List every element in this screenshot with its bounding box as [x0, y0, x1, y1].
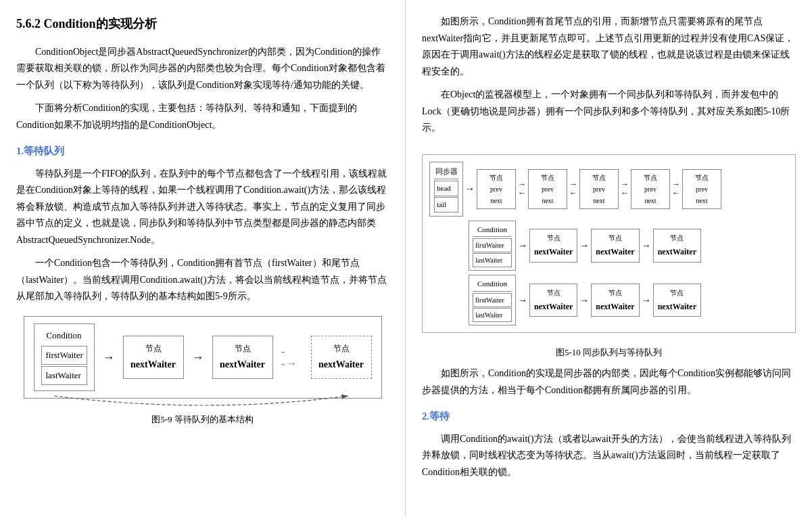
- nextWaiter-2: nextWaiter: [220, 357, 266, 373]
- arr-left-1: ←: [518, 189, 526, 198]
- node-label-3: 节点: [318, 342, 364, 355]
- sn1-next: next: [481, 195, 512, 206]
- node-label-1: 节点: [130, 342, 176, 355]
- cn6-label: 节点: [658, 287, 696, 298]
- fig510-caption: 图5-10 同步队列与等待队列: [556, 345, 662, 360]
- left-para3: 等待队列是一个FIFO的队列，在队列中的每个节点都包含了一个线程引用，该线程就是…: [16, 166, 389, 249]
- bidir-1: → ←: [518, 180, 526, 198]
- cn1-label: 节点: [534, 232, 573, 244]
- nextWaiter-1: nextWaiter: [130, 357, 176, 373]
- cond2-node1: 节点 nextWaiter: [529, 284, 577, 317]
- cond2-last: lastWaiter: [473, 308, 512, 322]
- sub-title-1: 1.等待队列: [16, 143, 389, 160]
- nextWaiter-3: nextWaiter: [318, 357, 364, 373]
- fig59-caption: 图5-9 等待队列的基本结构: [151, 412, 254, 427]
- arrow-cond-node1: →: [103, 351, 115, 363]
- cn3-nw: nextWaiter: [658, 245, 696, 258]
- sn5-label: 节点: [686, 172, 717, 183]
- section-title: 5.6.2 Condition的实现分析: [16, 14, 389, 35]
- cond-queue-row-2: Condition firstWaiter lastWaiter → 节点 ne…: [469, 275, 788, 325]
- cond1-node1: 节点 nextWaiter: [529, 229, 577, 262]
- sn2-label: 节点: [532, 172, 563, 183]
- right-para1: 如图所示，Condition拥有首尾节点的引用，而新增节点只需要将原有的尾节点n…: [422, 14, 796, 80]
- cond2-title: Condition: [473, 277, 512, 292]
- node-box-2: 节点 nextWaiter: [212, 336, 273, 379]
- node-label-2: 节点: [220, 342, 266, 355]
- sync-main-title: 同步器: [434, 165, 458, 180]
- cond1-arr3: →: [642, 238, 651, 254]
- cond1-title: Condition: [473, 223, 512, 238]
- right-para4: 调用Condition的await()方法（或者以await开头的方法），会使当…: [422, 431, 796, 481]
- arr-left-4: ←: [672, 189, 680, 198]
- node-box-1: 节点 nextWaiter: [123, 336, 184, 379]
- tail-field: tail: [434, 197, 458, 212]
- cond1-node2: 节点 nextWaiter: [591, 229, 639, 262]
- sync-node-4: 节点 prev next: [631, 169, 670, 209]
- cond2-first: firstWaiter: [473, 293, 512, 307]
- right-para2: 在Object的监视器模型上，一个对象拥有一个同步队列和等待队列，而并发包中的L…: [422, 87, 796, 137]
- sync-node-3: 节点 prev next: [579, 169, 619, 209]
- left-panel: 5.6.2 Condition的实现分析 ConditionObject是同步器…: [0, 0, 406, 517]
- cond1-arr2: →: [579, 238, 589, 254]
- sn4-prev: prev: [635, 183, 666, 195]
- figure-59-container: Condition firstWaiter lastWaiter → 节点 ne…: [16, 316, 389, 427]
- cond2-arr: →: [518, 292, 527, 309]
- cond-box-1: Condition firstWaiter lastWaiter: [469, 221, 516, 271]
- left-para1: ConditionObject是同步器AbstractQueuedSynchro…: [16, 44, 389, 94]
- sn4-label: 节点: [635, 172, 666, 183]
- figure-510-outer: 同步器 head tail → 节点 prev next → ←: [422, 154, 796, 333]
- sn3-label: 节点: [583, 172, 615, 183]
- curve-arrow-area: [24, 395, 382, 408]
- bidir-4: → ←: [672, 180, 680, 198]
- left-para4: 一个Condition包含一个等待队列，Condition拥有首节点（first…: [16, 255, 389, 305]
- sn2-next: next: [532, 195, 563, 206]
- sn5-prev: prev: [686, 183, 717, 195]
- cn3-label: 节点: [658, 232, 696, 244]
- left-para2: 下面将分析Condition的实现，主要包括：等待队列、等待和通知，下面提到的C…: [16, 100, 389, 133]
- sync-queue-row: 同步器 head tail → 节点 prev next → ←: [429, 162, 788, 217]
- bidir-2: → ←: [569, 180, 577, 198]
- cn2-nw: nextWaiter: [596, 245, 634, 258]
- cond2-node2: 节点 nextWaiter: [591, 284, 639, 317]
- sn3-prev: prev: [583, 183, 615, 195]
- cn5-label: 节点: [596, 287, 634, 298]
- arrow-node1-node2: →: [192, 351, 204, 363]
- sn2-prev: prev: [532, 183, 563, 195]
- right-para3: 如图所示，Condition的实现是同步器的内部类，因此每个Condition实…: [422, 365, 796, 399]
- firstWaiter-field-left: firstWaiter: [41, 346, 87, 365]
- sn4-next: next: [635, 195, 666, 206]
- cond1-arr: →: [518, 238, 527, 254]
- sync-main-box: 同步器 head tail: [429, 162, 463, 217]
- cond2-arr3: →: [642, 292, 651, 309]
- lastWaiter-field-left: lastWaiter: [41, 366, 87, 385]
- bidir-3: → ←: [621, 180, 629, 198]
- sn3-next: next: [583, 195, 615, 206]
- arrow-node2-node3: - -→: [281, 345, 303, 369]
- cn4-label: 节点: [534, 287, 573, 298]
- cond1-first: firstWaiter: [473, 238, 512, 252]
- cond2-node3: 节点 nextWaiter: [653, 284, 701, 317]
- cond1-node3: 节点 nextWaiter: [653, 229, 701, 262]
- cond1-last: lastWaiter: [473, 253, 512, 267]
- cn6-nw: nextWaiter: [658, 300, 696, 313]
- sub-title-2: 2.等待: [422, 408, 796, 426]
- sync-node-5: 节点 prev next: [682, 169, 721, 209]
- sn5-next: next: [686, 195, 717, 206]
- arr-left-3: ←: [621, 189, 629, 198]
- head-field: head: [434, 181, 458, 196]
- arr-left-2: ←: [569, 189, 577, 198]
- figure-510-container: 同步器 head tail → 节点 prev next → ←: [422, 148, 796, 361]
- curve-arrow-svg: [24, 395, 382, 409]
- cond2-arr2: →: [579, 292, 589, 309]
- arr1: →: [465, 181, 475, 197]
- condition-title-left: Condition: [41, 328, 87, 343]
- condition-box-left: Condition firstWaiter lastWaiter: [34, 323, 95, 391]
- cn1-nw: nextWaiter: [534, 245, 573, 258]
- sync-node-1: 节点 prev next: [477, 169, 516, 209]
- cond-box-2: Condition firstWaiter lastWaiter: [469, 275, 516, 325]
- cond-queue-row-1: Condition firstWaiter lastWaiter → 节点 ne…: [469, 221, 788, 271]
- sn1-label: 节点: [481, 172, 512, 183]
- sn1-prev: prev: [481, 183, 512, 195]
- cn4-nw: nextWaiter: [534, 300, 573, 313]
- cn5-nw: nextWaiter: [596, 300, 634, 313]
